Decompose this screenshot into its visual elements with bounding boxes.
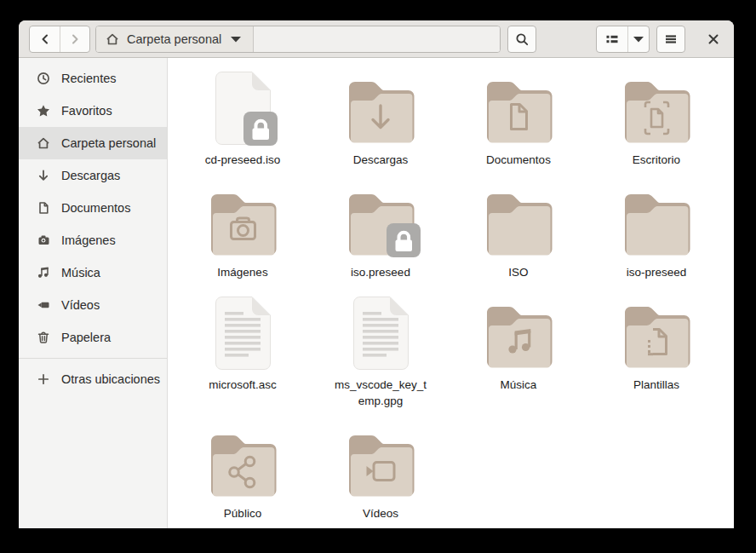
sidebar-item-label: Imágenes — [61, 233, 116, 247]
sidebar-item-label: Documentos — [61, 201, 130, 215]
sidebar-item-label: Descargas — [61, 169, 120, 182]
star-icon — [37, 104, 50, 118]
plus-icon — [37, 372, 50, 386]
folder-videos[interactable]: Vídeos — [312, 423, 450, 522]
forward-button[interactable] — [60, 26, 89, 52]
lock-emblem-icon — [243, 112, 278, 146]
documents-folder-icon — [484, 79, 553, 146]
sidebar-item-favoritos[interactable]: Favoritos — [19, 95, 167, 127]
sidebar-item-label: Carpeta personal — [61, 136, 156, 150]
hamburger-icon — [664, 32, 678, 46]
icon-grid: cd-preseed.iso Descargas Documentos — [174, 69, 734, 521]
places-sidebar: Recientes Favoritos Carpeta personal Des… — [19, 58, 168, 528]
path-bar: Carpeta personal — [95, 26, 501, 53]
file-name-label: iso-preseed — [627, 265, 687, 281]
nav-button-group — [29, 26, 90, 53]
folder-icon — [484, 192, 553, 258]
videos-folder-icon — [346, 433, 415, 499]
folder-icon — [622, 192, 690, 258]
window-body: Recientes Favoritos Carpeta personal Des… — [19, 58, 734, 528]
sidebar-item-papelera[interactable]: Papelera — [19, 321, 167, 354]
sidebar-item-otras-ubicaciones[interactable]: Otras ubicaciones — [19, 363, 167, 395]
caret-down-icon — [632, 32, 645, 46]
back-button[interactable] — [30, 26, 60, 52]
music-folder-icon — [484, 304, 553, 371]
lock-emblem-icon — [387, 223, 421, 257]
folder-imagenes[interactable]: Imágenes — [174, 181, 312, 281]
file-name-label: ISO — [508, 265, 528, 281]
folder-iso-preseed-locked[interactable]: iso.preseed — [312, 181, 450, 281]
recent-icon — [37, 72, 50, 85]
chevron-left-icon — [38, 32, 52, 46]
sidebar-item-videos[interactable]: Vídeos — [19, 289, 167, 321]
magnifier-icon — [515, 32, 529, 46]
sidebar-item-label: Papelera — [61, 331, 111, 344]
trash-icon — [37, 331, 50, 344]
list-view-icon — [605, 32, 619, 46]
caret-down-icon[interactable] — [229, 32, 243, 46]
sidebar-item-label: Recientes — [61, 72, 116, 85]
sidebar-item-label: Otras ubicaciones — [61, 372, 160, 386]
file-name-label: iso.preseed — [351, 265, 410, 281]
music-icon — [37, 266, 50, 279]
folder-escritorio[interactable]: Escritorio — [587, 69, 725, 169]
close-icon — [707, 32, 720, 46]
sidebar-item-imagenes[interactable]: Imágenes — [19, 224, 167, 256]
camera-icon — [37, 233, 50, 247]
download-folder-icon — [346, 79, 415, 146]
folder-descargas[interactable]: Descargas — [312, 69, 450, 169]
text-file-icon — [352, 297, 410, 371]
folder-iso-preseed[interactable]: iso-preseed — [587, 181, 725, 281]
view-button-group — [596, 26, 650, 53]
pictures-folder-icon — [209, 192, 277, 258]
sidebar-item-label: Favoritos — [61, 104, 112, 118]
sidebar-item-label: Música — [61, 266, 100, 279]
download-icon — [37, 169, 50, 182]
folder-documentos[interactable]: Documentos — [450, 69, 587, 169]
file-name-label: ms_vscode_key_temp.gpg — [333, 377, 428, 410]
file-manager-window: Carpeta personal — [19, 20, 734, 528]
file-cd-preseed-iso[interactable]: cd-preseed.iso — [174, 69, 312, 169]
sidebar-item-descargas[interactable]: Descargas — [19, 159, 167, 192]
file-name-label: Documentos — [486, 153, 551, 169]
video-icon — [37, 298, 50, 312]
view-toggle-button[interactable] — [597, 26, 627, 52]
file-name-label: Plantillas — [633, 377, 679, 394]
menu-button[interactable] — [656, 26, 685, 53]
file-ms-vscode-key-temp-gpg[interactable]: ms_vscode_key_temp.gpg — [312, 294, 450, 410]
file-name-label: microsoft.asc — [209, 377, 277, 394]
header-bar: Carpeta personal — [19, 20, 734, 58]
sidebar-item-label: Vídeos — [61, 298, 100, 312]
sidebar-item-documentos[interactable]: Documentos — [19, 192, 167, 224]
folder-plantillas[interactable]: Plantillas — [587, 294, 725, 394]
text-file-icon — [215, 297, 272, 371]
home-icon — [37, 136, 50, 150]
sidebar-item-carpeta-personal[interactable]: Carpeta personal — [19, 127, 167, 159]
location-label: Carpeta personal — [127, 32, 221, 46]
search-button[interactable] — [507, 26, 536, 53]
view-options-dropdown-button[interactable] — [627, 26, 649, 52]
path-segment-home[interactable]: Carpeta personal — [96, 26, 254, 52]
public-share-folder-icon — [209, 433, 277, 499]
file-name-label: Imágenes — [217, 265, 267, 281]
folder-iso[interactable]: ISO — [450, 181, 587, 281]
file-name-label: Descargas — [353, 153, 409, 169]
close-button[interactable] — [701, 26, 726, 52]
file-name-label: Público — [224, 506, 261, 522]
desktop-folder-icon — [622, 79, 690, 146]
file-microsoft-asc[interactable]: microsoft.asc — [174, 294, 312, 394]
folder-musica[interactable]: Música — [450, 294, 587, 394]
document-icon — [37, 201, 50, 215]
file-name-label: cd-preseed.iso — [205, 153, 281, 169]
path-bar-empty-area[interactable] — [254, 26, 500, 52]
home-icon — [106, 32, 119, 46]
sidebar-item-recientes[interactable]: Recientes — [19, 62, 167, 95]
sidebar-separator — [19, 358, 167, 359]
chevron-right-icon — [68, 32, 82, 46]
file-name-label: Vídeos — [363, 506, 398, 522]
file-name-label: Música — [501, 377, 537, 394]
file-name-label: Escritorio — [633, 153, 680, 169]
folder-publico[interactable]: Público — [174, 423, 312, 522]
sidebar-item-musica[interactable]: Música — [19, 256, 167, 289]
files-view: cd-preseed.iso Descargas Documentos — [168, 58, 734, 528]
